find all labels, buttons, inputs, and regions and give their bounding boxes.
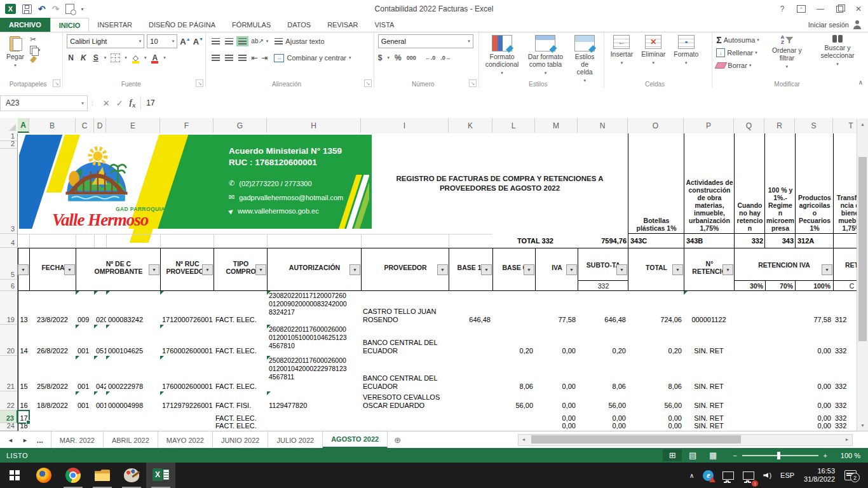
cell-N4[interactable]: 7594,76	[578, 234, 628, 248]
accounting-format-button[interactable]: $	[378, 53, 383, 62]
tray-display-alert[interactable]: !	[738, 463, 759, 488]
cell-P21[interactable]: SIN. RET	[684, 356, 735, 392]
cut-button[interactable]: ✂	[30, 36, 41, 44]
cell-L4[interactable]: TOTAL 332	[492, 234, 578, 248]
cell-B22[interactable]: 18/8/2022	[29, 391, 76, 411]
save-icon[interactable]	[22, 4, 32, 14]
cell-D22[interactable]: 001	[94, 391, 107, 411]
cell-M23[interactable]: 0,00	[535, 410, 578, 424]
cell-B21[interactable]: 25/8/2022	[29, 356, 76, 392]
cell-H22[interactable]: 1129477820	[267, 391, 362, 411]
taskbar-paint[interactable]	[117, 463, 146, 488]
header-cell-S3[interactable]: Productos agricoilas o Pecuarios 1%	[795, 133, 834, 234]
scroll-right-icon[interactable]: ►	[842, 435, 852, 444]
sheet-nav-right-icon[interactable]: ►	[22, 437, 28, 444]
ribbon-display-options-button[interactable]: ^	[792, 0, 811, 18]
column-header-L[interactable]: L	[492, 118, 535, 133]
tab-inicio[interactable]: INICIO	[50, 18, 90, 32]
cell-K22[interactable]	[449, 391, 493, 411]
cell-O24[interactable]: 0,00	[628, 423, 684, 431]
cell-E24[interactable]	[106, 423, 161, 431]
cell-M22[interactable]: 0,00	[535, 391, 578, 411]
wrap-text-button[interactable]: Ajustar texto	[275, 37, 324, 45]
cell-K24[interactable]	[449, 423, 493, 431]
row-header-5[interactable]: 5	[0, 248, 18, 280]
bold-button[interactable]: N	[67, 53, 75, 62]
cell-P22[interactable]: SIN. RET	[684, 391, 735, 411]
cell-D20[interactable]: 051	[94, 325, 107, 356]
vertical-scrollbar[interactable]: ▲ ▼	[857, 119, 868, 431]
tab-archivo[interactable]: ARCHIVO	[0, 18, 50, 32]
find-select-button[interactable]: Buscar y seleccionar ▾	[811, 34, 864, 69]
filter-header-P5[interactable]: N° RETENCIO▼	[684, 248, 735, 291]
cell-S4[interactable]: 312A	[795, 234, 834, 248]
sign-in[interactable]: Iniciar sesión	[808, 18, 868, 32]
cell-L24[interactable]	[492, 423, 536, 431]
filter-dropdown-icon[interactable]: ▼	[672, 264, 683, 275]
name-box[interactable]: A23 ▾	[0, 95, 88, 111]
cell-M19[interactable]: 77,58	[535, 291, 578, 325]
cell-G20[interactable]: FACT. ELEC.	[214, 325, 268, 356]
undo-icon[interactable]: ↶	[38, 4, 46, 13]
taskbar-firefox[interactable]	[29, 463, 58, 488]
filter-header-N5[interactable]: SUBTO-TA332▼	[578, 248, 628, 291]
page-layout-view-icon[interactable]: ▤	[683, 449, 702, 461]
cell-N24[interactable]: 0,00	[578, 423, 628, 431]
cell-L20[interactable]: 0,20	[492, 325, 536, 356]
cell-G24[interactable]: FACT. ELEC.	[214, 423, 268, 431]
cell-O20[interactable]: 0,20	[628, 325, 684, 356]
filter-header-C5[interactable]: Nº DE C OMPROBANTE▼	[76, 248, 161, 291]
column-header-F[interactable]: F	[160, 118, 214, 133]
collapse-ribbon-icon[interactable]: ∧	[858, 79, 863, 86]
zoom-slider-thumb[interactable]	[777, 452, 780, 459]
cell-C23[interactable]	[76, 410, 95, 424]
conditional-formatting-button[interactable]: Formato condicional ▾	[483, 34, 522, 78]
cell-C24[interactable]	[76, 423, 95, 431]
new-sheet-button[interactable]: ⊕	[388, 431, 407, 449]
cell-Q23[interactable]	[734, 410, 765, 424]
cell-C19[interactable]: 009	[76, 291, 95, 325]
column-header-P[interactable]: P	[684, 118, 734, 133]
cell-E22[interactable]: 000004998	[106, 391, 161, 411]
taskbar-explorer[interactable]	[88, 463, 117, 488]
filter-header-Q5[interactable]: RETENCION IVA30%70%100%▼	[734, 248, 834, 291]
cell-C20[interactable]: 001	[76, 325, 95, 356]
cell-R19[interactable]	[764, 291, 796, 325]
filter-dropdown-icon[interactable]: ▼	[255, 264, 266, 275]
cell-K21[interactable]	[449, 356, 493, 392]
cell-E19[interactable]: 000083242	[106, 291, 161, 325]
help-button[interactable]: ?	[773, 0, 792, 18]
cell-H20[interactable]: 260820220117600026000 012001051000104625…	[267, 325, 362, 356]
cell-E20[interactable]: 000104625	[106, 325, 161, 356]
print-preview-icon[interactable]	[65, 4, 74, 14]
cell-M20[interactable]: 0,00	[535, 325, 578, 356]
cell-E23[interactable]	[106, 410, 161, 424]
start-button[interactable]	[0, 463, 29, 488]
column-header-H[interactable]: H	[267, 118, 361, 133]
cell-I19[interactable]: CASTRO TELLO JUAN ROSENDO	[361, 291, 449, 325]
cell-O23[interactable]: 0,00	[628, 410, 684, 424]
shrink-font-button[interactable]: A▼	[193, 37, 203, 46]
tab-diseno[interactable]: DISEÑO DE PÁGINA	[140, 18, 224, 32]
cell-O22[interactable]: 56,00	[628, 391, 684, 411]
cell-A19[interactable]: 13	[18, 291, 30, 325]
taskbar-excel[interactable]: X	[146, 463, 175, 488]
cell-O19[interactable]: 724,06	[628, 291, 684, 325]
horizontal-scroll-thumb[interactable]	[531, 435, 741, 444]
align-top-button[interactable]	[210, 36, 222, 46]
cell-R24[interactable]	[764, 423, 796, 431]
fill-button[interactable]: ↓ Rellenar ▾	[716, 47, 759, 58]
sub-header-value[interactable]: 30%	[735, 281, 765, 290]
cell-P23[interactable]: SIN. RET	[684, 410, 735, 424]
underline-dropdown-icon[interactable]: ▾	[104, 55, 107, 60]
number-dialog-launcher[interactable]: ↘	[469, 79, 477, 87]
sheet-tab-mayo-2022[interactable]: MAYO 2022	[158, 431, 213, 449]
increase-decimal-button[interactable]: ←.0	[425, 55, 436, 61]
zoom-slider[interactable]	[742, 455, 818, 456]
cell-B23[interactable]	[29, 410, 76, 424]
increase-indent-button[interactable]: ⇥	[260, 53, 269, 62]
page-break-view-icon[interactable]: ▦	[703, 449, 722, 461]
cell-F24[interactable]	[160, 423, 214, 431]
cell-Q22[interactable]	[734, 391, 765, 411]
cell-L21[interactable]: 8,06	[492, 356, 536, 392]
